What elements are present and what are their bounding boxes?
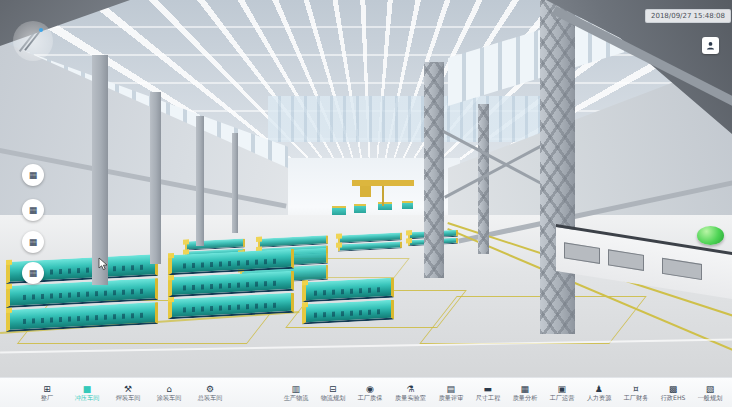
welding-shop-icon: ⚒ [124, 384, 132, 394]
tab-whole-plant[interactable]: ⊞ 整厂 [34, 384, 60, 403]
tab-logistics-planning[interactable]: ⊟ 物流规划 [319, 384, 347, 403]
machine-quick-button-1[interactable]: ▦ [22, 164, 44, 186]
tab-factory-operations[interactable]: ▣ 工厂运营 [548, 384, 576, 403]
distant-machine [332, 206, 346, 215]
tab-quality-lab[interactable]: ⚗ 质量实验室 [393, 384, 428, 403]
column [196, 116, 204, 246]
distant-machine [354, 204, 366, 213]
factory-operations-icon: ▣ [558, 384, 567, 394]
column [540, 0, 575, 334]
crane-cab [360, 186, 371, 197]
machine-icon: ▦ [29, 238, 38, 247]
machine-icon: ▦ [29, 171, 38, 180]
logistics-planning-icon: ⊟ [329, 384, 337, 394]
window [564, 242, 600, 264]
crane-hoist-line [382, 186, 384, 206]
die-stack-far [338, 232, 402, 251]
tab-general-planning[interactable]: ▧ 一般规划 [696, 384, 724, 403]
floor-marking [419, 296, 647, 344]
machine-icon: ▦ [29, 206, 38, 215]
column [92, 55, 108, 285]
tab-assembly-shop[interactable]: ⚙ 总装车间 [196, 384, 224, 403]
window [662, 258, 702, 280]
tab-quality-review[interactable]: ▤ 质量评审 [437, 384, 465, 403]
dimension-engineering-icon: ▬ [484, 384, 493, 394]
machine-icon: ▦ [29, 269, 38, 278]
tab-dimension-engineering[interactable]: ▬ 尺寸工程 [474, 384, 502, 403]
bottom-toolbar: ⊞ 整厂 ■ 冲压车间 ⚒ 焊装车间 ⌂ 涂装车间 ⚙ 总装车间 ▥ [0, 377, 732, 407]
distant-machine [378, 202, 392, 210]
mouse-cursor [98, 256, 109, 275]
tab-human-resources[interactable]: ♟ 人力资源 [585, 384, 613, 403]
machine-quick-button-4[interactable]: ▦ [22, 262, 44, 284]
column [232, 133, 238, 233]
workshop-nav-group: ⊞ 整厂 ■ 冲压车间 ⚒ 焊装车间 ⌂ 涂装车间 ⚙ 总装车间 [34, 384, 224, 403]
factory-finance-icon: ¤ [633, 384, 639, 394]
general-planning-icon: ▧ [706, 384, 715, 394]
3d-viewport[interactable] [0, 0, 732, 377]
quality-lab-icon: ⚗ [406, 384, 414, 394]
admin-ehs-icon: ▩ [669, 384, 678, 394]
tab-factory-finance[interactable]: ¤ 工厂财务 [622, 384, 650, 403]
window [608, 249, 644, 271]
assembly-shop-icon: ⚙ [206, 384, 214, 394]
compass-widget[interactable] [13, 21, 53, 61]
tab-quality-analysis[interactable]: ▦ 质量分析 [511, 384, 539, 403]
quality-review-icon: ▤ [447, 384, 456, 394]
column [150, 92, 161, 264]
compass-north-dot [39, 28, 43, 32]
column [424, 62, 444, 278]
production-logistics-icon: ▥ [292, 384, 301, 394]
human-resources-icon: ♟ [595, 384, 603, 394]
tab-paint-shop[interactable]: ⌂ 涂装车间 [155, 384, 183, 403]
tab-admin-ehs[interactable]: ▩ 行政EHS [659, 384, 687, 403]
paint-shop-icon: ⌂ [166, 384, 172, 394]
tab-production-logistics[interactable]: ▥ 生产物流 [282, 384, 310, 403]
stamping-shop-icon: ■ [83, 384, 92, 394]
machine-quick-button-2[interactable]: ▦ [22, 199, 44, 221]
distant-machine [402, 201, 413, 209]
tab-stamping-shop[interactable]: ■ 冲压车间 [73, 384, 101, 403]
digital-factory-app: 2018/09/27 15:48:08 ▦ ▦ ▦ ▦ ⊞ 整厂 ■ 冲压车间 … [0, 0, 732, 407]
quality-analysis-icon: ▦ [521, 384, 530, 394]
die-stack[interactable] [168, 249, 294, 320]
user-button[interactable] [702, 37, 719, 54]
user-icon [706, 41, 715, 50]
function-nav-group: ▥ 生产物流 ⊟ 物流规划 ◉ 工厂质保 ⚗ 质量实验室 ▤ 质量评审 ▬ 尺寸… [282, 384, 724, 403]
factory-qa-icon: ◉ [366, 384, 374, 394]
skylight-band [268, 96, 568, 142]
plant-overview-icon: ⊞ [43, 384, 51, 394]
tab-welding-shop[interactable]: ⚒ 焊装车间 [114, 384, 142, 403]
machine-quick-button-3[interactable]: ▦ [22, 231, 44, 253]
tab-factory-qa[interactable]: ◉ 工厂质保 [356, 384, 384, 403]
timestamp: 2018/09/27 15:48:08 [645, 9, 731, 23]
die-stack[interactable] [302, 278, 394, 325]
status-marker[interactable] [697, 226, 724, 245]
